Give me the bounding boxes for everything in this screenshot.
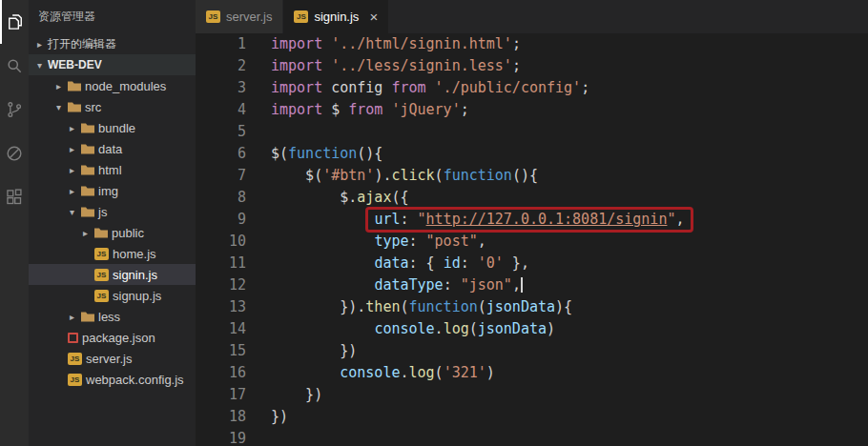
tab-signin.js[interactable]: JSsignin.js× <box>283 0 389 33</box>
tree-item-label: src <box>85 100 101 114</box>
workspace-root[interactable]: ▾ WEB-DEV <box>29 54 196 75</box>
code-line[interactable]: 2import '../less/signin.less'; <box>196 55 868 77</box>
code-line-text[interactable]: }) <box>246 406 288 428</box>
chevron-right-icon: ▸ <box>67 123 77 133</box>
code-line-text[interactable]: $(function(){ <box>246 143 382 165</box>
line-number[interactable]: 7 <box>196 165 246 187</box>
js-file-icon: JS <box>68 374 82 386</box>
folder-icon <box>81 123 94 133</box>
code-line[interactable]: 16 console.log('321') <box>196 362 868 384</box>
code-line-text[interactable]: console.log(jsonData) <box>246 318 555 340</box>
folder-icon <box>81 186 94 196</box>
chevron-down-icon: ▾ <box>67 207 77 217</box>
explorer-sidebar: 资源管理器 ▸ 打开的编辑器 ▾ WEB-DEV ▸node_modules▾s… <box>29 0 196 446</box>
tree-item-less[interactable]: ▸less <box>29 306 196 327</box>
line-number[interactable]: 2 <box>196 55 246 77</box>
code-line[interactable]: 14 console.log(jsonData) <box>196 318 868 340</box>
js-file-icon: JS <box>68 353 82 365</box>
line-number[interactable]: 9 <box>196 209 246 231</box>
tree-item-webpack.config.js[interactable]: JSwebpack.config.js <box>29 369 196 390</box>
code-line-text[interactable]: import '../less/signin.less'; <box>246 55 521 77</box>
line-number[interactable]: 12 <box>196 274 246 296</box>
code-line-text[interactable]: type: "post", <box>246 231 486 253</box>
line-number[interactable]: 10 <box>196 231 246 253</box>
tree-item-package.json[interactable]: package.json <box>29 327 196 348</box>
code-line[interactable]: 18}) <box>196 406 868 428</box>
code-line-text[interactable]: import config from './public/config'; <box>246 77 589 99</box>
chevron-right-icon: ▸ <box>67 144 77 154</box>
js-file-icon: JS <box>94 248 109 260</box>
extensions-icon[interactable] <box>0 175 29 219</box>
code-line-text[interactable]: data: { id: '0' }, <box>246 253 529 274</box>
folder-icon <box>68 102 81 112</box>
code-line[interactable]: 15 }) <box>196 340 868 362</box>
line-number[interactable]: 17 <box>196 384 246 406</box>
code-line-text[interactable]: console.log('321') <box>246 362 495 384</box>
tree-item-public[interactable]: ▸public <box>29 222 196 243</box>
tree-item-label: less <box>98 310 120 324</box>
code-line-text[interactable]: import $ from 'jQuery'; <box>246 99 469 121</box>
debug-icon[interactable] <box>0 132 29 175</box>
code-line-text[interactable]: $('#btn').click(function(){ <box>246 165 538 187</box>
line-number[interactable]: 11 <box>196 253 246 274</box>
tree-item-signin.js[interactable]: JSsignin.js <box>29 264 196 285</box>
code-line-text[interactable]: import '../html/signin.html'; <box>246 33 521 55</box>
source-control-icon[interactable] <box>0 88 29 132</box>
tree-item-img[interactable]: ▸img <box>29 180 196 201</box>
code-line[interactable]: 3import config from './public/config'; <box>196 77 868 99</box>
code-line-text[interactable]: url: "http://127.0.0.1:8081/signin", <box>246 207 693 233</box>
tree-item-src[interactable]: ▾src <box>29 96 196 117</box>
line-number[interactable]: 3 <box>196 77 246 99</box>
tree-item-home.js[interactable]: JShome.js <box>29 243 196 264</box>
code-line-text[interactable]: }) <box>246 384 322 406</box>
code-line[interactable]: 1import '../html/signin.html'; <box>196 33 868 55</box>
line-number[interactable]: 8 <box>196 187 246 209</box>
tab-server.js[interactable]: JSserver.js <box>196 0 283 33</box>
line-number[interactable]: 4 <box>196 99 246 121</box>
tree-item-node_modules[interactable]: ▸node_modules <box>29 75 196 96</box>
close-icon[interactable]: × <box>369 9 378 25</box>
tree-item-html[interactable]: ▸html <box>29 159 196 180</box>
code-line[interactable]: 7 $('#btn').click(function(){ <box>196 165 868 187</box>
open-editors-section[interactable]: ▸ 打开的编辑器 <box>29 33 196 54</box>
line-number[interactable]: 14 <box>196 318 246 340</box>
explorer-icon[interactable] <box>0 0 29 44</box>
code-line[interactable]: 5 <box>196 121 868 143</box>
tree-item-data[interactable]: ▸data <box>29 138 196 159</box>
code-line[interactable]: 10 type: "post", <box>196 231 868 253</box>
line-number[interactable]: 15 <box>196 340 246 362</box>
code-line[interactable]: 12 dataType: "json", <box>196 274 868 296</box>
code-line[interactable]: 6$(function(){ <box>196 143 868 165</box>
tree-item-label: webpack.config.js <box>86 373 184 387</box>
chevron-right-icon: ▸ <box>53 81 64 91</box>
code-line-text[interactable]: $.ajax({ <box>246 187 409 209</box>
tree-item-js[interactable]: ▾js <box>29 201 196 222</box>
code-line[interactable]: 17 }) <box>196 384 868 406</box>
chevron-right-icon: ▸ <box>67 312 77 322</box>
chevron-right-icon: ▸ <box>67 165 77 175</box>
tree-item-server.js[interactable]: JSserver.js <box>29 348 196 369</box>
line-number[interactable]: 16 <box>196 362 246 384</box>
line-number[interactable]: 1 <box>196 33 246 55</box>
folder-icon <box>81 312 94 322</box>
line-number[interactable]: 18 <box>196 406 246 428</box>
code-line-text[interactable]: }) <box>246 340 357 362</box>
code-line-text[interactable]: dataType: "json", <box>246 274 523 296</box>
line-number[interactable]: 5 <box>196 121 246 143</box>
code-line[interactable]: 19 <box>196 428 868 446</box>
code-line[interactable]: 8 $.ajax({ <box>196 187 868 209</box>
line-number[interactable]: 13 <box>196 296 246 318</box>
line-number[interactable]: 6 <box>196 143 246 165</box>
tree-item-signup.js[interactable]: JSsignup.js <box>29 285 196 306</box>
code-line-text[interactable]: }).then(function(jsonData){ <box>246 296 572 318</box>
code-line[interactable]: 9 url: "http://127.0.0.1:8081/signin", <box>196 209 868 231</box>
workspace-root-label: WEB-DEV <box>48 58 102 71</box>
search-icon[interactable] <box>0 44 29 88</box>
code-line[interactable]: 4import $ from 'jQuery'; <box>196 99 868 121</box>
tree-item-bundle[interactable]: ▸bundle <box>29 117 196 138</box>
code-line[interactable]: 13 }).then(function(jsonData){ <box>196 296 868 318</box>
code-line[interactable]: 11 data: { id: '0' }, <box>196 253 868 274</box>
line-number[interactable]: 19 <box>196 428 246 446</box>
tree-item-label: package.json <box>82 331 155 345</box>
tree-item-label: signin.js <box>113 268 157 282</box>
